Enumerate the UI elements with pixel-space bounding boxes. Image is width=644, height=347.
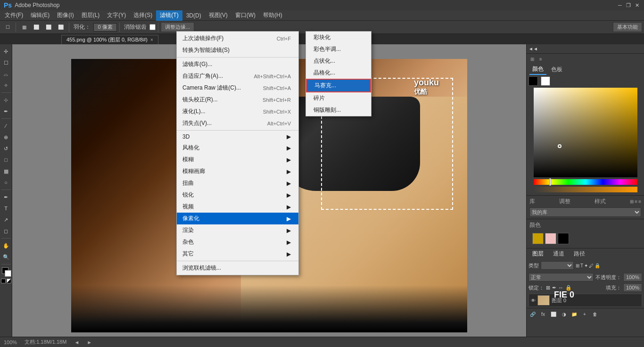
menu-3d[interactable]: 3D(D) <box>182 10 205 21</box>
minimize-button[interactable]: ─ <box>617 2 623 8</box>
filter-noise[interactable]: 杂色 ▶ <box>177 236 298 248</box>
menu-help[interactable]: 帮助(H) <box>259 10 286 21</box>
filter-lens[interactable]: 镜头校正(R)... Shift+Ctrl+R <box>177 94 298 106</box>
list-view-icon[interactable]: ≡ <box>635 199 637 204</box>
menu-layer[interactable]: 图层(L) <box>78 10 104 21</box>
menu-view[interactable]: 视图(V) <box>205 10 231 21</box>
tool-marquee-rect[interactable]: ☐ <box>2 22 13 33</box>
adjust-edge-button[interactable]: 调整边缘... <box>161 22 194 32</box>
folder-icon[interactable]: 📁 <box>570 310 578 319</box>
tool-eraser[interactable]: □ <box>1 155 11 165</box>
delete-layer-icon[interactable]: 🗑 <box>591 310 599 319</box>
sub-fragment[interactable]: 碎片 <box>306 92 371 104</box>
toolbar-btn-2[interactable]: ⬜ <box>31 22 42 33</box>
layers-icon-2[interactable]: T <box>580 263 583 268</box>
tool-gradient[interactable]: ▦ <box>1 166 11 176</box>
paths-tab[interactable]: 路径 <box>571 249 588 259</box>
filter-camera-raw[interactable]: Camera Raw 滤镜(C)... Shift+Ctrl+A <box>177 82 298 94</box>
restore-button[interactable]: ❐ <box>625 2 632 8</box>
bg-color-box[interactable] <box>541 76 550 86</box>
channels-tab[interactable]: 通道 <box>550 249 567 259</box>
tool-pen[interactable]: ✒ <box>1 192 11 202</box>
grid-view-icon[interactable]: ⊞ <box>630 199 634 204</box>
sub-color-halftone2[interactable]: 彩色半调... <box>306 43 371 55</box>
menu-image[interactable]: 图像(I) <box>53 10 77 21</box>
swatch-2[interactable] <box>545 233 556 244</box>
fill-input[interactable] <box>623 283 642 292</box>
filter-blur[interactable]: 模糊 ▶ <box>177 154 298 165</box>
tool-shape[interactable]: ◻ <box>1 226 11 236</box>
type-selector[interactable] <box>541 261 574 270</box>
filter-other[interactable]: 其它 ▶ <box>177 248 298 260</box>
color-boxes[interactable] <box>1 266 11 277</box>
tool-crop[interactable]: ⊹ <box>1 95 11 105</box>
swatch-1[interactable] <box>532 233 544 244</box>
nav-back-icon[interactable]: ◄ <box>74 339 79 345</box>
filter-vanish[interactable]: 消失点(V)... Alt+Ctrl+V <box>177 117 298 129</box>
menu-icon[interactable]: ≡ <box>638 199 641 204</box>
menu-window[interactable]: 窗口(W) <box>231 10 259 21</box>
menu-text[interactable]: 文字(Y) <box>103 10 130 21</box>
filter-render[interactable]: 渲染 ▶ <box>177 224 298 236</box>
filter-liquify[interactable]: 液化(L)... Shift+Ctrl+X <box>177 106 298 117</box>
tool-text[interactable]: T <box>1 203 11 214</box>
layer-row-0[interactable]: 👁 图层 0 <box>528 294 642 307</box>
filter-gallery[interactable]: 滤镜库(G)... <box>177 58 298 70</box>
filter-browse[interactable]: 浏览联机滤镜... <box>177 262 298 274</box>
blend-mode-select[interactable]: 正常 <box>528 273 594 281</box>
filter-pixelate[interactable]: 像素化 ▶ <box>177 213 298 224</box>
tool-move[interactable]: ✢ <box>1 46 11 57</box>
new-layer-icon[interactable]: + <box>580 310 589 319</box>
panel-collapse-icon[interactable]: ◄◄ <box>528 46 538 51</box>
tool-zoom[interactable]: 🔍 <box>1 252 11 262</box>
color-spectrum[interactable] <box>534 88 637 177</box>
tool-hand[interactable]: ✋ <box>1 240 11 251</box>
style-tab[interactable]: 样式 <box>594 198 606 206</box>
adjust-tab[interactable]: 调整 <box>559 198 570 206</box>
filter-distort[interactable]: 扭曲 ▶ <box>177 177 298 189</box>
panel-icon-1[interactable]: ⊞ <box>528 55 536 63</box>
tool-brush[interactable]: ∕ <box>1 121 11 131</box>
nav-forward-icon[interactable]: ► <box>87 339 92 345</box>
close-button[interactable]: ✕ <box>634 2 640 8</box>
swatch-3[interactable] <box>558 233 569 244</box>
mode-button[interactable]: 基本功能 <box>613 22 642 32</box>
background-color[interactable] <box>5 270 11 277</box>
link-icon[interactable]: 🔗 <box>528 310 537 319</box>
filter-last-op[interactable]: 上次滤镜操作(F) Ctrl+F <box>177 33 298 44</box>
filter-smart[interactable]: 转换为智能滤镜(S) <box>177 44 298 56</box>
fx-icon[interactable]: fx <box>539 310 547 319</box>
filter-sharpen[interactable]: 锐化 ▶ <box>177 189 298 201</box>
library-selector[interactable]: 我的库 <box>529 207 641 217</box>
toolbar-btn-4[interactable]: ⬜ <box>55 22 66 33</box>
tool-marquee[interactable]: ☐ <box>1 58 11 68</box>
color-tab[interactable]: 颜色 <box>529 64 546 75</box>
filter-adaptive[interactable]: 自适应广角(A)... Alt+Shift+Ctrl+A <box>177 70 298 82</box>
layers-icon-3[interactable]: ✦ <box>584 263 588 268</box>
tool-wand[interactable]: ✧ <box>1 80 11 91</box>
canvas-tab[interactable]: 455.png @ 100% (图层 0, RGB/8#) × <box>61 35 158 44</box>
feather-input[interactable] <box>93 23 117 32</box>
layers-icon-5[interactable]: 🔒 <box>594 263 600 268</box>
sub-mosaic[interactable]: 马赛克... <box>306 79 371 92</box>
tab-close-icon[interactable]: × <box>150 37 153 42</box>
mask-icon[interactable]: ⬜ <box>549 310 558 319</box>
default-colors[interactable] <box>1 279 6 283</box>
fg-color-box[interactable] <box>528 76 538 86</box>
filter-blur-gallery[interactable]: 模糊画廊 ▶ <box>177 165 298 177</box>
filter-video[interactable]: 视频 ▶ <box>177 201 298 213</box>
smooth-checkbox[interactable] <box>149 24 156 30</box>
menu-file[interactable]: 文件(F) <box>1 10 27 21</box>
library-tab[interactable]: 库 <box>529 198 535 206</box>
tool-history[interactable]: ↺ <box>1 143 11 154</box>
hue-slider[interactable] <box>534 179 637 185</box>
style-dropdown[interactable]: ▦ <box>18 22 30 33</box>
opacity-input[interactable] <box>623 273 642 281</box>
filter-3d[interactable]: 3D ▶ <box>177 132 298 142</box>
layers-icon-1[interactable]: ⊞ <box>576 263 579 268</box>
tool-lasso[interactable]: ⌓ <box>1 69 11 79</box>
layers-tab[interactable]: 图层 <box>529 249 546 259</box>
sub-pointillize[interactable]: 点状化... <box>306 55 371 67</box>
menu-select[interactable]: 选择(S) <box>130 10 156 21</box>
filter-stylize[interactable]: 风格化 ▶ <box>177 142 298 154</box>
